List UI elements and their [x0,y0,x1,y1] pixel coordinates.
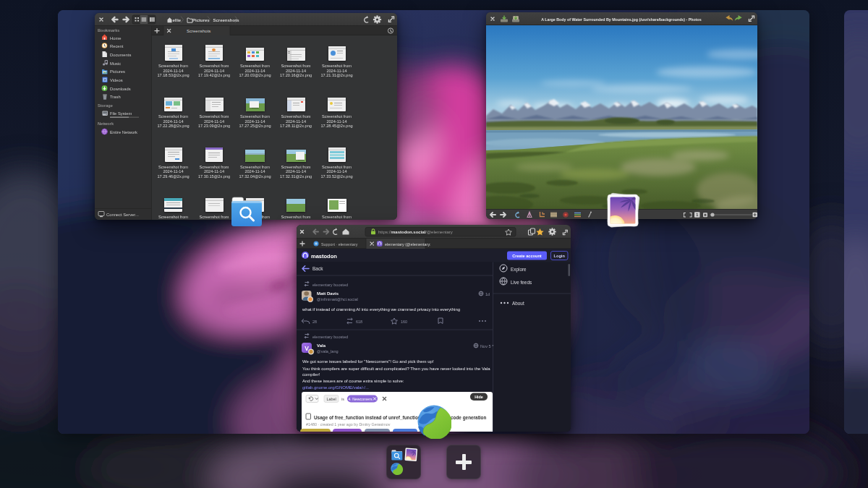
svg-text:Entire Network: Entire Network [110,130,137,134]
svg-text:Support · elementary: Support · elementary [321,242,358,247]
svg-text:https://mastodon.social/@eleme: https://mastodon.social/@elementary [378,230,453,234]
svg-text:Storage: Storage [98,103,113,108]
svg-text:Screenshots: Screenshots [213,18,240,22]
svg-text:You think compilers are super: You think compilers are super difficult … [302,367,490,371]
svg-text:About: About [512,301,524,306]
svg-text:We got some issues labeled for: We got some issues labeled for "Newcomer… [302,359,434,364]
svg-text:mastodon: mastodon [311,253,337,260]
svg-text:Label: Label [326,397,336,401]
svg-text:elementary (@elementary:: elementary (@elementary: [385,242,431,247]
svg-text:Documents: Documents [110,53,131,57]
svg-text:Create account: Create account [512,254,542,258]
svg-text:is: is [341,397,344,401]
svg-text:File System: File System [110,111,132,116]
svg-text:Network: Network [98,121,114,126]
svg-text:A Large Body of Water Surround: A Large Body of Water Surrounded By Moun… [541,17,702,22]
svg-text:Matt Davis: Matt Davis [317,291,339,296]
svg-text:618: 618 [356,320,362,324]
svg-text:Trash: Trash [110,95,121,99]
svg-text:And these issues are of course: And these issues are of course extra sim… [302,379,404,383]
svg-text:Downloads: Downloads [110,87,131,91]
svg-text:code generation: code generation [451,415,486,421]
svg-text:Home: Home [110,36,121,40]
svg-text:28: 28 [312,320,317,324]
svg-text:4. Newcomers: 4. Newcomers [348,397,373,401]
svg-text:compiler!: compiler! [302,372,320,377]
svg-text:Bookmarks: Bookmarks [98,28,119,33]
svg-text:160: 160 [401,320,407,324]
svg-text:elementary boosted: elementary boosted [312,335,348,339]
svg-text:Videos: Videos [110,78,123,82]
svg-text:Pictures: Pictures [110,69,125,74]
svg-text:Nov 5 *: Nov 5 * [480,344,494,348]
svg-text:Hide: Hide [475,395,483,399]
svg-text:Login: Login [554,254,566,258]
svg-text:what if instead of cramming AI: what if instead of cramming AI into ever… [302,307,460,312]
svg-text:Pictures: Pictures [192,18,210,22]
svg-text:Screenshots: Screenshots [187,29,210,33]
svg-text:gitlab.gnome.org/GNOME/vala/-/: gitlab.gnome.org/GNOME/vala/-/... [302,385,369,390]
svg-text:1: 1 [696,213,698,217]
svg-text:Back: Back [312,266,323,271]
svg-text:Live feeds: Live feeds [511,280,532,285]
svg-text:@infinimatt@hci.social: @infinimatt@hci.social [317,297,358,301]
svg-text:#1480 · created 1 year ago by: #1480 · created 1 year ago by Dmitry Ger… [306,422,391,427]
svg-text:1d: 1d [485,292,490,296]
svg-text:Explore: Explore [511,267,527,273]
svg-text:Vala: Vala [317,343,326,348]
svg-text:Music: Music [110,61,121,66]
svg-text:ellie: ellie [173,18,182,22]
svg-text:Connect Server...: Connect Server... [106,213,139,217]
svg-text:elementary boosted: elementary boosted [312,283,348,287]
svg-text:Usage of free_function instead: Usage of free_function instead of unref_… [314,415,429,421]
svg-text:Recent: Recent [110,44,124,48]
svg-text:@vala_lang: @vala_lang [317,349,339,354]
